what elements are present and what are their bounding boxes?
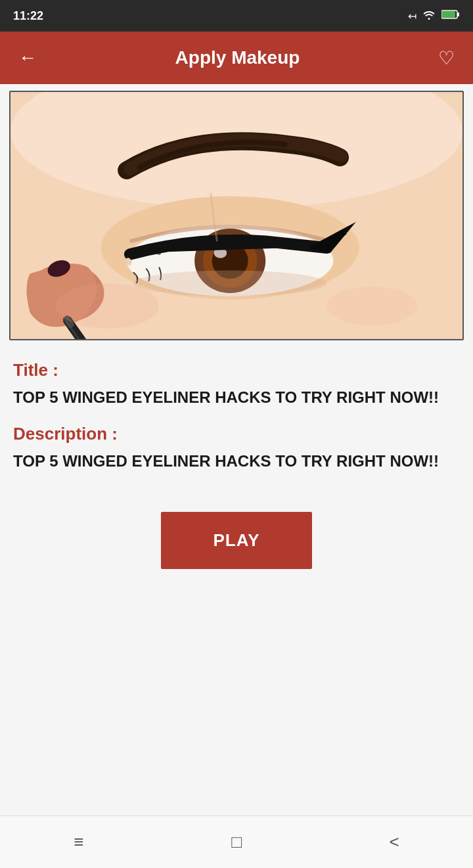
spacer — [0, 582, 473, 815]
svg-point-20 — [170, 248, 174, 252]
svg-point-24 — [327, 286, 418, 325]
svg-rect-1 — [457, 12, 459, 16]
app-bar: ← Apply Makeup ♡ — [0, 32, 473, 84]
makeup-illustration — [11, 92, 462, 339]
status-bar: 11:22 ↤ — [0, 0, 473, 32]
menu-icon[interactable]: ≡ — [54, 825, 103, 859]
title-label: Title : — [13, 360, 460, 380]
favorite-button[interactable]: ♡ — [433, 42, 460, 74]
text-section: Title : TOP 5 WINGED EYELINER HACKS TO T… — [0, 347, 473, 486]
main-content: Title : TOP 5 WINGED EYELINER HACKS TO T… — [0, 84, 473, 815]
makeup-image — [11, 92, 462, 339]
home-icon[interactable]: □ — [212, 825, 261, 859]
play-button[interactable]: PLAY — [161, 512, 313, 569]
status-icons: ↤ — [408, 9, 460, 22]
back-nav-icon[interactable]: < — [369, 825, 418, 859]
status-time: 11:22 — [13, 9, 43, 23]
title-value: TOP 5 WINGED EYELINER HACKS TO TRY RIGHT… — [13, 387, 460, 408]
back-button[interactable]: ← — [13, 42, 42, 74]
svg-point-22 — [133, 271, 327, 296]
page-title: Apply Makeup — [42, 47, 433, 68]
description-label: Description : — [13, 424, 460, 444]
svg-point-23 — [56, 283, 159, 329]
svg-point-21 — [183, 246, 186, 249]
svg-rect-2 — [442, 11, 455, 18]
battery-icon — [441, 9, 460, 22]
makeup-image-container — [9, 91, 464, 340]
signal-icon: ↤ — [408, 10, 417, 22]
play-button-container: PLAY — [0, 486, 473, 582]
nav-bar: ≡ □ < — [0, 815, 473, 868]
svg-point-19 — [157, 251, 161, 255]
description-value: TOP 5 WINGED EYELINER HACKS TO TRY RIGHT… — [13, 451, 460, 472]
wifi-icon — [422, 9, 436, 22]
